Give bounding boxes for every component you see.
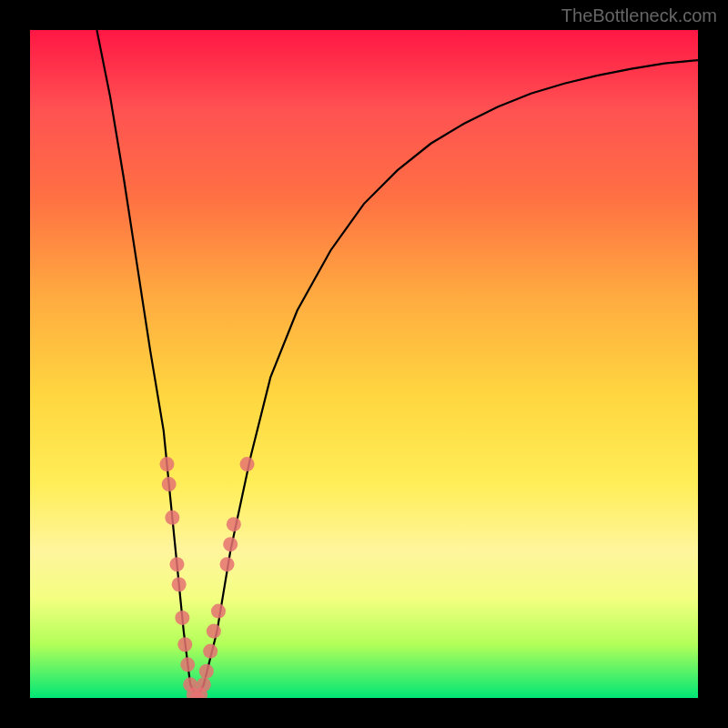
marker-point [227, 517, 241, 531]
marker-point [199, 664, 214, 679]
chart-svg [30, 30, 698, 698]
marker-point [177, 637, 192, 652]
sample-markers [159, 457, 254, 698]
bottleneck-curve-line [96, 30, 698, 698]
marker-point [159, 457, 174, 471]
chart-container: TheBottleneck.com [0, 0, 728, 728]
watermark-text: TheBottleneck.com [561, 5, 717, 26]
marker-point [223, 537, 238, 551]
marker-point [240, 457, 255, 471]
marker-point [162, 477, 177, 491]
marker-point [172, 577, 187, 592]
marker-point [165, 511, 179, 525]
marker-point [169, 557, 184, 571]
marker-point [220, 557, 235, 571]
marker-point [175, 611, 189, 625]
plot-area [30, 30, 698, 698]
marker-point [180, 657, 195, 672]
marker-point [197, 677, 211, 692]
marker-point [203, 644, 217, 659]
marker-point [207, 624, 221, 639]
marker-point [211, 604, 226, 619]
